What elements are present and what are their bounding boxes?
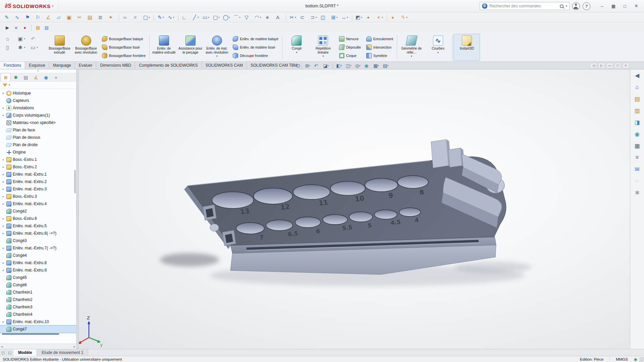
tree-item[interactable]: Congé4 — [0, 252, 76, 259]
tree-item[interactable]: Congé7 — [0, 325, 76, 333]
display-relations-icon[interactable]: ◩ ▾ — [354, 13, 364, 21]
expand-arrow-icon[interactable]: ▸ — [2, 180, 5, 183]
expand-arrow-icon[interactable]: ▸ — [2, 173, 5, 176]
macro-new-icon[interactable]: ▤ — [34, 24, 42, 32]
configurationmanager-tab-icon[interactable]: ▤ — [21, 73, 31, 81]
search-caret-icon[interactable]: ▾ — [566, 4, 567, 8]
model-tab[interactable]: Modèle — [13, 349, 37, 356]
expand-arrow-icon[interactable]: ▸ — [2, 158, 5, 161]
scroll-left-icon[interactable]: ◂ — [1, 345, 3, 348]
fillet-button[interactable]: Congé ▾ — [283, 34, 310, 61]
design-library-icon[interactable]: ▤ — [632, 94, 642, 104]
trim-icon[interactable]: ✂ ▾ — [288, 13, 298, 21]
ellipse-icon[interactable]: ◠ ▾ — [253, 13, 263, 21]
panel-splitter[interactable] — [76, 69, 79, 349]
tree-item[interactable]: ▸ Enlèv. mat.-Extru.6( ->?) — [0, 230, 76, 237]
arc-icon[interactable]: ⌒ ▾ — [232, 13, 243, 21]
tree-item[interactable]: Matériau <non spécifié> — [0, 119, 76, 126]
displaymanager-tab-icon[interactable]: ◉ — [41, 73, 51, 81]
menu-home-icon[interactable]: ⌂ — [3, 35, 15, 43]
cut-sweep-button[interactable]: Enlèv. de matière balayé — [231, 35, 280, 43]
fill-tool-icon[interactable]: ▣ — [65, 13, 75, 21]
model-canvas[interactable]: 13 12 11 10 9 8 7 6.5 6 5.5 5 4.5 4 — [79, 69, 630, 349]
tree-item[interactable]: ▸ Boss.-Extru.2 — [0, 163, 76, 171]
expand-arrow-icon[interactable]: ▸ — [2, 246, 5, 250]
instant3d-button[interactable]: Instant3D — [453, 34, 480, 61]
doc-close-button[interactable]: × — [622, 63, 629, 69]
expand-arrow-icon[interactable]: ▸ — [2, 92, 5, 95]
corner-rect-icon[interactable]: ∟ — [180, 13, 191, 21]
paint-icon[interactable]: ● — [389, 13, 399, 21]
tree-horizontal-scrollbar[interactable]: ◂ ▸ — [0, 344, 76, 349]
tree-item[interactable]: Plan de face — [0, 126, 76, 134]
expand-arrow-icon[interactable]: ▸ — [2, 261, 5, 264]
messages-icon[interactable]: ◌ — [632, 176, 642, 186]
curve-tool-icon[interactable]: ∿ — [13, 13, 23, 21]
search-icon[interactable] — [560, 4, 564, 8]
tree-item[interactable]: Congé5 — [0, 274, 76, 281]
tree-item[interactable]: ▸ Enlèv. mat.-Extru.7( ->?) — [0, 244, 76, 252]
expand-arrow-icon[interactable]: ▸ — [2, 232, 5, 235]
user-account-icon[interactable] — [572, 2, 580, 10]
dimxpertmanager-tab-icon[interactable]: ∡ — [31, 73, 41, 81]
file-explorer-icon[interactable]: ▥ — [632, 106, 642, 115]
circle-icon[interactable]: ◯ ▾ — [222, 13, 232, 21]
command-search-input[interactable] — [489, 4, 558, 8]
rollback-bar[interactable] — [2, 334, 59, 335]
expand-arrow-icon[interactable]: ▸ — [2, 187, 5, 191]
tree-item[interactable]: ▸ Enlèv. mat.-Extru.8 — [0, 259, 76, 266]
tree-item[interactable]: ▸ Historique — [0, 89, 76, 97]
expand-arrow-icon[interactable]: ▸ — [2, 165, 5, 169]
model-tab[interactable]: Etude de mouvement 1 — [37, 349, 88, 356]
menu-save-icon[interactable]: ▣ ▾ — [15, 35, 28, 43]
display-style-icon[interactable]: ◫ ▾ — [345, 62, 354, 69]
doc-restore-button[interactable]: □ — [614, 63, 621, 69]
scroll-right-button[interactable]: ▷ — [598, 63, 605, 69]
tree-filter[interactable]: ▾ — [0, 81, 76, 89]
view-settings-icon[interactable]: ▤ ▾ — [382, 62, 391, 69]
tree-item[interactable]: ▸ Enlèv. mat.-Extru.4 — [0, 200, 76, 207]
mirror-button[interactable]: Symétrie — [365, 52, 395, 60]
draft-button[interactable]: Dépouille — [338, 43, 362, 51]
tree-item[interactable]: ▸ Corps volumiques(1) — [0, 112, 76, 119]
boss-revolve-button[interactable]: Bossage/Base avec révolution — [73, 34, 99, 61]
tree-item[interactable]: ▸ Enlèv. mat.-Extru.9 — [0, 266, 76, 274]
doc-minimize-button[interactable]: — — [606, 63, 613, 69]
sheet-icon[interactable]: ▤ — [86, 13, 96, 21]
help-icon[interactable]: ? — [583, 2, 590, 10]
expand-arrow-icon[interactable]: ▸ — [2, 217, 5, 220]
tree-item[interactable]: ▸ Enlèv. mat.-Extru.10 — [0, 318, 76, 325]
taskpane-collapse-icon[interactable]: ◀ — [632, 71, 642, 80]
tree-item[interactable]: Capteurs — [0, 97, 76, 104]
macro-edit-icon[interactable]: ▧ — [43, 24, 51, 32]
edit-marker-icon[interactable]: ✎ ▾ — [399, 13, 410, 21]
apply-scene-icon[interactable]: ▦ ▾ — [372, 62, 381, 69]
reference-geometry-button[interactable]: Géométrie de référ... ▾ — [398, 34, 425, 61]
part-model[interactable]: 13 12 11 10 9 8 7 6.5 6 5.5 5 4.5 4 — [160, 139, 532, 286]
macro-record-icon[interactable]: ● — [21, 24, 29, 32]
tree-item[interactable]: ▸ Enlèv. mat.-Extru.2 — [0, 178, 76, 185]
zoom-area-icon[interactable]: ⊞ ▾ — [304, 62, 313, 69]
rib-button[interactable]: Nervure — [338, 35, 362, 43]
sketch-pattern-icon[interactable]: ⊞ ▾ — [329, 13, 340, 21]
section-view-icon[interactable]: ◪ ▾ — [322, 62, 331, 69]
expand-arrow-icon[interactable]: ▸ — [2, 106, 5, 110]
forum-icon[interactable]: ✉ — [632, 165, 642, 174]
tree-item[interactable]: Chanfrein1 — [0, 289, 76, 296]
resources-icon[interactable]: ⌂ — [632, 82, 642, 92]
expand-arrow-icon[interactable]: ▸ — [2, 195, 5, 198]
hide-show-icon[interactable]: ◎ ▾ — [354, 62, 363, 69]
tools-icon[interactable]: ✦ — [107, 13, 117, 21]
tree-item[interactable]: Chanfrein4 — [0, 311, 76, 318]
convert-entities-icon[interactable]: ⊂ — [298, 13, 309, 21]
tree-vertical-scrollbar[interactable] — [74, 170, 76, 193]
command-tab[interactable]: Evaluer — [75, 62, 97, 69]
tile-windows-button[interactable]: ▦ — [608, 1, 619, 11]
select-box-icon[interactable]: ▢ ▾ — [142, 13, 152, 21]
split-horizontal-icon[interactable]: ◰ — [0, 349, 7, 356]
tree-item[interactable]: Congé2 — [0, 207, 76, 215]
command-tab[interactable]: Esquisse — [25, 62, 49, 69]
tree-item[interactable]: Chanfrein3 — [0, 303, 76, 311]
command-tab[interactable]: Dimensions MBD — [96, 62, 135, 69]
tree-item[interactable]: ▸ Enlèv. mat.-Extru.1 — [0, 171, 76, 178]
